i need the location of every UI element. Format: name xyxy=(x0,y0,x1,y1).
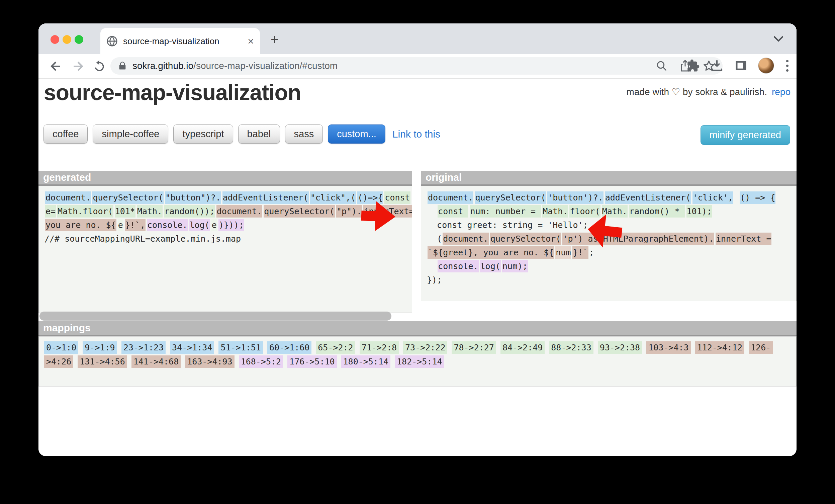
profile-avatar[interactable] xyxy=(758,58,774,74)
mapped-segment[interactable]: document. xyxy=(45,191,91,204)
mapped-segment[interactable]: )})); xyxy=(219,219,244,231)
macos-zoom-button[interactable] xyxy=(75,35,83,44)
mapped-segment[interactable]: "button")?. xyxy=(165,191,221,204)
mapped-segment[interactable]: 'p') as HTMLParagraphElement). xyxy=(562,233,714,245)
example-buttons: coffeesimple-coffeetypescriptbabelsasscu… xyxy=(43,124,440,144)
mapped-segment[interactable]: Math.floor( xyxy=(57,205,114,218)
mapped-segment[interactable]: "click",( xyxy=(310,191,356,204)
mapped-segment[interactable]: num); xyxy=(502,260,528,273)
mapped-segment[interactable]: random()); xyxy=(164,205,215,218)
reload-icon[interactable] xyxy=(92,59,107,74)
mapped-segment[interactable]: console. xyxy=(437,260,478,273)
example-button-typescript[interactable]: typescript xyxy=(173,124,233,144)
example-button-simple-coffee[interactable]: simple-coffee xyxy=(93,124,168,144)
sidebar-panel-icon[interactable] xyxy=(734,59,748,73)
url-text: sokra.github.io/source-map-visualization… xyxy=(133,61,644,71)
mapped-segment[interactable]: document. xyxy=(217,205,262,218)
browser-tab[interactable]: source-map-visualization × xyxy=(100,28,260,54)
mapped-segment[interactable]: Math. xyxy=(137,205,163,218)
minify-generated-button[interactable]: minify generated xyxy=(700,125,790,145)
mapping-token[interactable]: 34->1:34 xyxy=(170,341,214,354)
code-line: console.log(num); xyxy=(427,259,796,273)
mapped-segment[interactable]: document. xyxy=(428,191,473,204)
mapped-segment[interactable]: num xyxy=(555,246,571,259)
new-tab-button[interactable]: + xyxy=(271,34,278,45)
mapped-segment[interactable]: }!`, xyxy=(125,219,145,231)
mapping-token[interactable]: 103->4:3 xyxy=(646,341,691,354)
tab-close-icon[interactable]: × xyxy=(248,35,254,47)
mapped-segment[interactable]: innerText = xyxy=(716,233,772,245)
mapped-segment[interactable]: document. xyxy=(443,233,488,245)
mapping-token[interactable]: 168->5:2 xyxy=(239,356,283,368)
example-button-coffee[interactable]: coffee xyxy=(43,124,88,144)
mapping-token[interactable]: 60->1:60 xyxy=(267,341,311,354)
example-button-babel[interactable]: babel xyxy=(238,124,280,144)
macos-minimize-button[interactable] xyxy=(63,35,71,44)
mapped-segment[interactable]: "p"). xyxy=(336,205,362,218)
mapped-segment[interactable]: querySelector( xyxy=(92,191,164,204)
mapped-segment[interactable]: log( xyxy=(480,260,501,273)
mapped-segment[interactable]: querySelector( xyxy=(490,233,561,245)
mapping-token[interactable]: 126- xyxy=(749,341,773,354)
repo-link[interactable]: repo xyxy=(772,87,791,97)
mapping-token[interactable]: 163->4:93 xyxy=(185,356,234,368)
mapped-segment[interactable]: e xyxy=(211,219,217,231)
mapped-segment[interactable]: you are no. ${ xyxy=(45,219,117,231)
code-line: //# sourceMappingURL=example.min.js.map xyxy=(44,232,412,246)
mapped-segment[interactable]: random() * xyxy=(629,205,685,218)
chevron-down-icon[interactable] xyxy=(772,35,785,43)
mapping-token[interactable]: 73->2:22 xyxy=(403,341,447,354)
mapped-segment[interactable]: querySelector( xyxy=(475,191,546,204)
mapped-segment[interactable]: addEventListener( xyxy=(222,191,309,204)
mapping-token[interactable]: 71->2:8 xyxy=(360,341,399,354)
url-path: /source-map-visualization/#custom xyxy=(194,61,338,71)
mapping-token[interactable]: 65->2:2 xyxy=(316,341,355,354)
mapping-token[interactable]: >4:26 xyxy=(44,356,73,368)
mapped-segment[interactable]: }!` xyxy=(572,246,588,259)
back-icon[interactable] xyxy=(48,59,63,74)
mapping-token[interactable]: 51->1:51 xyxy=(219,341,263,354)
mapped-segment[interactable]: 101* xyxy=(115,205,136,218)
mapping-token[interactable]: 131->4:56 xyxy=(78,356,127,368)
url-bar[interactable]: sokra.github.io/source-map-visualization… xyxy=(110,57,722,75)
mapped-segment[interactable]: log( xyxy=(189,219,210,231)
mapping-token[interactable]: 141->4:68 xyxy=(131,356,181,368)
mapped-segment[interactable]: 'click', xyxy=(692,191,733,204)
mapping-token[interactable]: 112->4:12 xyxy=(695,341,744,354)
mapping-token[interactable]: 180->5:14 xyxy=(341,356,390,368)
mapped-segment[interactable]: e xyxy=(118,219,123,231)
mapped-segment[interactable]: 101); xyxy=(687,205,712,218)
mapped-segment[interactable]: const xyxy=(437,205,468,218)
mapped-segment[interactable]: Math. xyxy=(542,205,568,218)
mapped-segment[interactable]: e= xyxy=(45,205,56,218)
mapping-token[interactable]: 9->1:9 xyxy=(83,341,117,354)
mapping-token[interactable]: 93->2:38 xyxy=(598,341,642,354)
forward-icon[interactable] xyxy=(70,59,85,74)
mapped-segment[interactable]: 'button')?. xyxy=(547,191,604,204)
mapping-token[interactable]: 0->1:0 xyxy=(44,341,78,354)
mapped-segment[interactable]: () => { xyxy=(740,191,775,204)
extensions-puzzle-icon[interactable] xyxy=(686,59,700,73)
mapping-token[interactable]: 182->5:14 xyxy=(395,356,444,368)
mapped-segment[interactable]: addEventListener( xyxy=(605,191,691,204)
horizontal-scrollbar-thumb[interactable] xyxy=(39,311,391,321)
menu-kebab-icon[interactable] xyxy=(784,58,791,74)
link-to-this[interactable]: Link to this xyxy=(392,128,440,140)
mapped-segment[interactable]: console. xyxy=(147,219,188,231)
mapping-token[interactable]: 78->2:27 xyxy=(452,341,496,354)
mapped-segment[interactable]: num: number = xyxy=(470,205,541,218)
mapped-segment[interactable]: `${greet}, you are no. ${ xyxy=(428,246,554,259)
mapping-token[interactable]: 23->1:23 xyxy=(121,341,166,354)
macos-close-button[interactable] xyxy=(50,35,59,44)
mapped-segment[interactable]: querySelector( xyxy=(264,205,335,218)
red-arrow-right-icon xyxy=(361,200,396,232)
generated-panel-body[interactable]: document.querySelector("button")?.addEve… xyxy=(39,186,412,313)
mapping-token[interactable]: 176->5:10 xyxy=(287,356,337,368)
mapping-token[interactable]: 84->2:49 xyxy=(501,341,545,354)
mappings-panel-body[interactable]: 0->1:09->1:923->1:2334->1:3451->1:5160->… xyxy=(39,336,796,386)
download-icon[interactable] xyxy=(710,59,724,73)
example-button-custom-[interactable]: custom... xyxy=(328,124,385,144)
example-button-sass[interactable]: sass xyxy=(285,124,323,144)
mapping-token[interactable]: 88->2:33 xyxy=(549,341,593,354)
search-icon[interactable] xyxy=(656,60,668,72)
